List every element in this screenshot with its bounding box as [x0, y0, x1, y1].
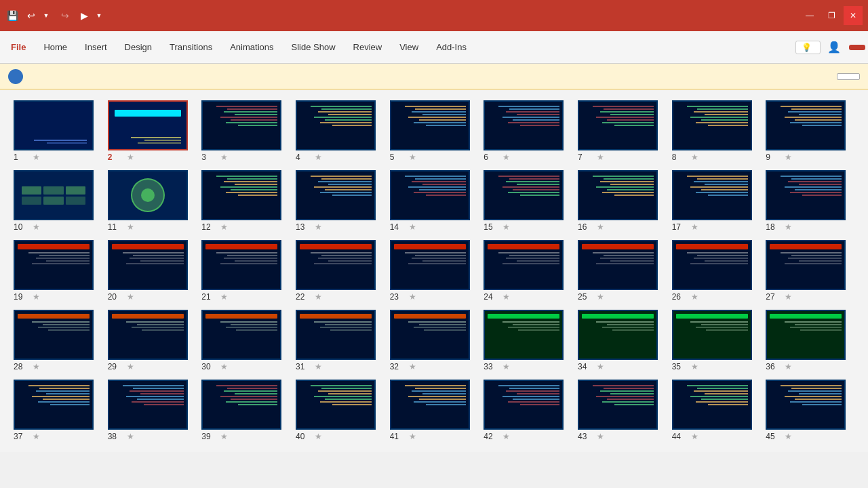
slide-favorite-star[interactable]: ★ — [597, 152, 604, 162]
slide-thumb-11[interactable] — [108, 170, 188, 220]
slide-favorite-star[interactable]: ★ — [785, 292, 792, 302]
slide-favorite-star[interactable]: ★ — [409, 222, 416, 232]
slide-favorite-star[interactable]: ★ — [315, 362, 322, 371]
slide-favorite-star[interactable]: ★ — [785, 152, 792, 162]
tab-file[interactable]: File — [3, 31, 34, 63]
slide-thumb-2[interactable] — [108, 100, 188, 150]
slide-favorite-star[interactable]: ★ — [127, 292, 134, 302]
tab-home[interactable]: Home — [35, 31, 75, 63]
slide-favorite-star[interactable]: ★ — [127, 222, 134, 232]
slide-item[interactable]: 26★ — [672, 240, 761, 302]
slide-item[interactable]: 27★ — [766, 240, 854, 302]
slide-item[interactable]: 34★ — [578, 310, 667, 371]
slide-favorite-star[interactable]: ★ — [315, 432, 322, 441]
tab-transitions[interactable]: Transitions — [161, 31, 220, 63]
tab-addins[interactable]: Add-Ins — [428, 31, 475, 63]
slide-thumb-7[interactable] — [578, 100, 658, 150]
slide-item[interactable]: 1★ — [14, 100, 102, 162]
slide-thumb-17[interactable] — [672, 170, 752, 220]
slide-thumb-33[interactable] — [484, 310, 564, 360]
slide-item[interactable]: 4★ — [296, 100, 384, 162]
slide-item[interactable]: 14★ — [390, 170, 479, 232]
slide-item[interactable]: 33★ — [484, 310, 572, 371]
slide-favorite-star[interactable]: ★ — [691, 432, 698, 441]
slide-item[interactable]: 30★ — [201, 310, 290, 371]
slide-item[interactable]: 42★ — [484, 380, 572, 441]
slide-thumb-44[interactable] — [672, 380, 752, 430]
slide-item[interactable]: 15★ — [484, 170, 572, 232]
slide-favorite-star[interactable]: ★ — [127, 152, 134, 162]
slide-item[interactable]: 5★ — [390, 100, 479, 162]
slide-thumb-35[interactable] — [672, 310, 752, 360]
slide-thumb-23[interactable] — [390, 240, 470, 290]
slide-favorite-star[interactable]: ★ — [315, 152, 322, 162]
slide-favorite-star[interactable]: ★ — [33, 152, 40, 162]
slide-favorite-star[interactable]: ★ — [409, 292, 416, 302]
slide-item[interactable]: 31★ — [296, 310, 384, 371]
slide-item[interactable]: 24★ — [484, 240, 572, 302]
slide-thumb-5[interactable] — [390, 100, 470, 150]
slide-item[interactable]: 23★ — [390, 240, 479, 302]
slide-favorite-star[interactable]: ★ — [785, 362, 792, 371]
slide-item[interactable]: 19★ — [14, 240, 102, 302]
slide-favorite-star[interactable]: ★ — [33, 292, 40, 302]
slide-thumb-30[interactable] — [201, 310, 281, 360]
slide-thumb-3[interactable] — [201, 100, 281, 150]
slide-item[interactable]: 8★ — [672, 100, 761, 162]
tab-review[interactable]: Review — [345, 31, 391, 63]
share-button[interactable] — [849, 45, 865, 50]
slide-favorite-star[interactable]: ★ — [409, 362, 416, 371]
minimize-button[interactable]: — — [800, 6, 819, 25]
slide-item[interactable]: 17★ — [672, 170, 761, 232]
slide-item[interactable]: 9★ — [766, 100, 854, 162]
slide-item[interactable]: 3★ — [201, 100, 290, 162]
slide-item[interactable]: 21★ — [201, 240, 290, 302]
tab-design[interactable]: Design — [117, 31, 160, 63]
slide-favorite-star[interactable]: ★ — [220, 292, 228, 302]
slide-thumb-29[interactable] — [108, 310, 188, 360]
slide-favorite-star[interactable]: ★ — [502, 362, 510, 371]
slide-favorite-star[interactable]: ★ — [33, 432, 40, 441]
tab-animations[interactable]: Animations — [222, 31, 281, 63]
slide-thumb-26[interactable] — [672, 240, 752, 290]
slide-favorite-star[interactable]: ★ — [597, 292, 604, 302]
slide-item[interactable]: 2★ — [108, 100, 197, 162]
slide-item[interactable]: 13★ — [296, 170, 384, 232]
slide-thumb-22[interactable] — [296, 240, 376, 290]
slide-item[interactable]: 44★ — [672, 380, 761, 441]
present-dropdown-icon[interactable]: ▼ — [92, 9, 106, 22]
slide-item[interactable]: 18★ — [766, 170, 854, 232]
tab-slideshow[interactable]: Slide Show — [283, 31, 344, 63]
slide-thumb-14[interactable] — [390, 170, 470, 220]
slide-thumb-18[interactable] — [766, 170, 846, 220]
slide-favorite-star[interactable]: ★ — [33, 222, 40, 232]
slide-favorite-star[interactable]: ★ — [502, 222, 510, 232]
slide-favorite-star[interactable]: ★ — [785, 432, 792, 441]
slide-thumb-36[interactable] — [766, 310, 846, 360]
slide-item[interactable]: 40★ — [296, 380, 384, 441]
slide-item[interactable]: 12★ — [201, 170, 290, 232]
slide-item[interactable]: 45★ — [766, 380, 854, 441]
slide-thumb-37[interactable] — [14, 380, 94, 430]
slide-thumb-6[interactable] — [484, 100, 564, 150]
slide-thumb-25[interactable] — [578, 240, 658, 290]
slide-favorite-star[interactable]: ★ — [127, 362, 134, 371]
slide-item[interactable]: 25★ — [578, 240, 667, 302]
slide-item[interactable]: 41★ — [390, 380, 479, 441]
slide-favorite-star[interactable]: ★ — [502, 292, 510, 302]
slide-thumb-12[interactable] — [201, 170, 281, 220]
slide-favorite-star[interactable]: ★ — [220, 222, 228, 232]
slide-favorite-star[interactable]: ★ — [220, 152, 228, 162]
slide-favorite-star[interactable]: ★ — [597, 222, 604, 232]
slide-favorite-star[interactable]: ★ — [597, 362, 604, 371]
slide-thumb-20[interactable] — [108, 240, 188, 290]
slide-item[interactable]: 6★ — [484, 100, 572, 162]
slide-favorite-star[interactable]: ★ — [409, 432, 416, 441]
slide-thumb-39[interactable] — [201, 380, 281, 430]
present-icon[interactable]: ▶ — [77, 9, 91, 22]
enable-editing-button[interactable] — [837, 73, 860, 80]
slide-item[interactable]: 22★ — [296, 240, 384, 302]
slide-item[interactable]: 10★ — [14, 170, 102, 232]
slide-thumb-42[interactable] — [484, 380, 564, 430]
slide-thumb-13[interactable] — [296, 170, 376, 220]
